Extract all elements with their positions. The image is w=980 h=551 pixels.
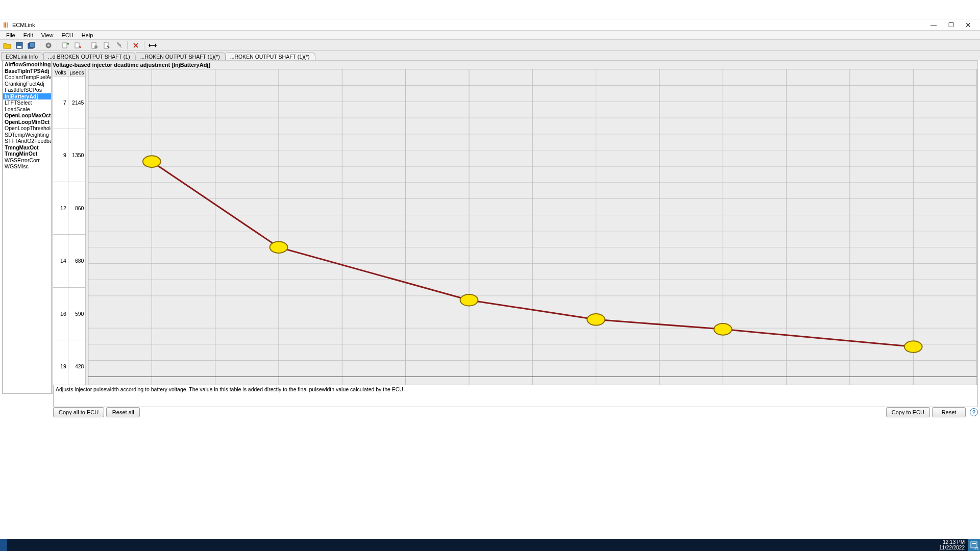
doc-wrench-icon[interactable] xyxy=(102,41,112,50)
taskbar: 12:13 PM 11/22/2022 21 xyxy=(0,539,980,551)
table-row[interactable]: 12860 xyxy=(53,182,86,235)
chart-point[interactable] xyxy=(460,294,478,306)
window-titlebar: ECMLink — ❐ ✕ xyxy=(0,19,980,31)
description-box: Adjusts injector pulsewidth according to… xyxy=(53,385,978,407)
menu-view[interactable]: View xyxy=(37,31,58,39)
menu-bar: File Edit View ECU Help xyxy=(0,31,980,40)
doc-up-icon[interactable] xyxy=(60,41,70,50)
table-row[interactable]: 16590 xyxy=(53,287,86,340)
taskbar-clock[interactable]: 12:13 PM 11/22/2022 xyxy=(936,539,968,551)
svg-rect-0 xyxy=(4,22,5,28)
param-item-sdtempweighting[interactable]: SDTempWeighting xyxy=(3,132,51,138)
reset-button[interactable]: Reset xyxy=(932,407,966,417)
doc-gear-icon[interactable] xyxy=(89,41,100,50)
table-cell[interactable]: 12 xyxy=(53,182,68,235)
doc-dn-icon[interactable] xyxy=(72,41,83,50)
maximize-button[interactable]: ❐ xyxy=(942,20,960,30)
param-item-airflowsmoothing[interactable]: AirflowSmoothing xyxy=(3,61,51,68)
app-icon xyxy=(3,21,10,29)
table-cell[interactable]: 860 xyxy=(68,182,86,235)
param-item-injbatteryadj[interactable]: InjBatteryAdj xyxy=(3,93,51,100)
param-item-wgserrorcorr[interactable]: WGSErrorCorr xyxy=(3,157,51,164)
close-button[interactable]: ✕ xyxy=(960,20,977,30)
param-item-loadscale[interactable]: LoadScale xyxy=(3,106,51,113)
minimize-button[interactable]: — xyxy=(925,20,942,30)
tab-3[interactable]: ...ROKEN OUTPUT SHAFT (1)(*) xyxy=(226,52,315,61)
browser-top-gap xyxy=(0,0,980,19)
svg-rect-10 xyxy=(75,43,79,48)
cancel-x-icon[interactable] xyxy=(131,41,141,50)
hresize-icon[interactable] xyxy=(148,41,158,50)
table-cell[interactable]: 1350 xyxy=(68,129,86,182)
copy-to-ecu-button[interactable]: Copy to ECU xyxy=(886,407,930,417)
chart-point[interactable] xyxy=(270,241,288,253)
gear-icon[interactable] xyxy=(43,41,54,50)
menu-ecu[interactable]: ECU xyxy=(57,31,77,39)
param-item-openloopmaxoct[interactable]: OpenLoopMaxOct xyxy=(3,112,51,119)
svg-point-12 xyxy=(94,45,97,48)
svg-rect-2 xyxy=(7,22,8,28)
content-title: Voltage-based injector deadtime adjustme… xyxy=(53,61,977,69)
svg-rect-4 xyxy=(17,46,21,48)
clock-date: 11/22/2022 xyxy=(939,545,965,550)
taskbar-start-segment[interactable] xyxy=(0,539,7,551)
param-item-crankingfueladj[interactable]: CrankingFuelAdj xyxy=(3,81,51,87)
reset-all-button[interactable]: Reset all xyxy=(106,407,140,417)
save-icon[interactable] xyxy=(14,41,24,50)
menu-file[interactable]: File xyxy=(2,31,19,39)
param-item-tmngmaxoct[interactable]: TmngMaxOct xyxy=(3,144,51,151)
table-cell[interactable]: 14 xyxy=(53,235,68,288)
window-title: ECMLink xyxy=(12,22,35,28)
svg-rect-9 xyxy=(63,43,67,48)
chart-point[interactable] xyxy=(714,323,732,335)
chart-point[interactable] xyxy=(587,314,605,325)
table-row[interactable]: 72145 xyxy=(53,76,86,129)
table-cell[interactable]: 9 xyxy=(53,129,68,182)
save-multi-icon[interactable] xyxy=(27,41,37,50)
open-folder-icon[interactable] xyxy=(2,41,12,50)
param-item-tmngminoct[interactable]: TmngMinOct xyxy=(3,151,51,157)
menu-help[interactable]: Help xyxy=(78,31,97,39)
tab-0[interactable]: ECMLink Info xyxy=(1,52,43,61)
table-cell[interactable]: 16 xyxy=(53,287,68,340)
param-item-openloopthresholds[interactable]: OpenLoopThresholds xyxy=(3,125,51,132)
chart-point[interactable] xyxy=(904,341,922,353)
tab-2[interactable]: ...ROKEN OUTPUT SHAFT (1)(*) xyxy=(136,52,226,61)
param-item-openloopminoct[interactable]: OpenLoopMinOct xyxy=(3,119,51,126)
tab-1[interactable]: ...d BROKEN OUTPUT SHAFT (1) xyxy=(43,52,136,61)
bottom-gap xyxy=(0,418,980,539)
svg-rect-6 xyxy=(30,42,35,47)
table-cell[interactable]: 680 xyxy=(68,235,86,288)
taskbar-tray-icon[interactable]: 21 xyxy=(968,539,980,551)
chart-area[interactable] xyxy=(88,69,977,393)
table-row[interactable]: 91350 xyxy=(53,129,86,182)
svg-point-8 xyxy=(47,44,50,46)
table-header[interactable]: µsecs xyxy=(68,69,86,77)
svg-rect-13 xyxy=(104,42,108,48)
parameter-list[interactable]: AirflowSmoothingBaseTipInTPSAdjCoolantTe… xyxy=(3,61,52,393)
param-item-wgsmisc[interactable]: WGSMisc xyxy=(3,163,51,170)
param-item-basetipintpsadj[interactable]: BaseTipInTPSAdj xyxy=(3,68,51,74)
menu-edit[interactable]: Edit xyxy=(19,31,37,39)
param-item-fastidleiscpos[interactable]: FastIdleISCPos xyxy=(3,87,51,93)
svg-rect-1 xyxy=(5,22,6,28)
content-panel: Voltage-based injector deadtime adjustme… xyxy=(52,61,977,393)
table-header[interactable]: Volts xyxy=(53,69,68,77)
table-cell[interactable]: 7 xyxy=(53,76,68,129)
button-bar: Copy all to ECU Reset all Copy to ECU Re… xyxy=(53,407,978,417)
help-icon[interactable]: ? xyxy=(970,408,978,416)
tray-badge: 21 xyxy=(974,546,979,550)
wrench-icon[interactable] xyxy=(114,41,124,50)
chart-point[interactable] xyxy=(143,156,161,167)
param-item-stftando2feedback[interactable]: STFTAndO2Feedback xyxy=(3,138,51,144)
main-panel: AirflowSmoothingBaseTipInTPSAdjCoolantTe… xyxy=(2,60,978,394)
table-cell[interactable]: 590 xyxy=(68,287,86,340)
toolbar xyxy=(0,40,980,51)
data-table[interactable]: Voltsµsecs721459135012860146801659019428 xyxy=(53,69,86,393)
param-item-ltftselect[interactable]: LTFTSelect xyxy=(3,99,51,106)
copy-all-to-ecu-button[interactable]: Copy all to ECU xyxy=(53,407,104,417)
clock-time: 12:13 PM xyxy=(939,539,965,545)
param-item-coolanttempfueladj[interactable]: CoolantTempFuelAdj xyxy=(3,74,51,81)
table-row[interactable]: 14680 xyxy=(53,235,86,288)
table-cell[interactable]: 2145 xyxy=(68,76,86,129)
